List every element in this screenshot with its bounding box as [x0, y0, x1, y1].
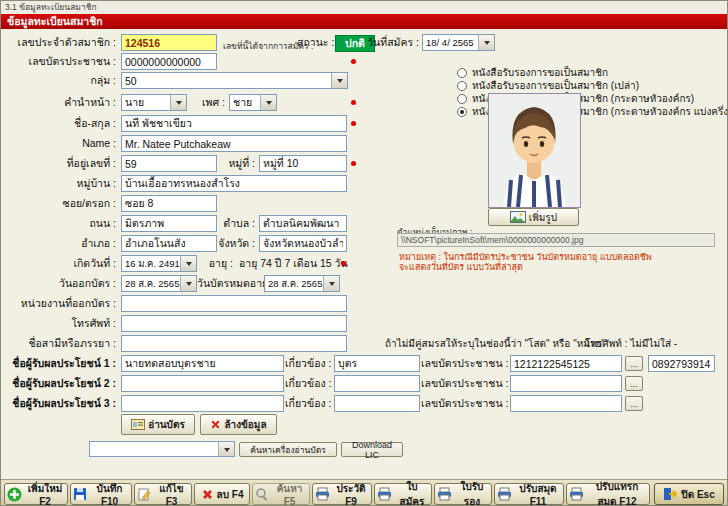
name-en-label: Name :	[9, 135, 116, 152]
chevron-down-icon[interactable]	[323, 276, 339, 291]
required-marker-icon	[351, 121, 356, 126]
history-button[interactable]: ประวัติ F9	[312, 483, 372, 505]
beneficiary-3-label: ชื่อผู้รับผลประโยชน์ 3 :	[9, 395, 116, 412]
name-en-input[interactable]	[121, 135, 347, 152]
phone-input[interactable]	[121, 315, 347, 332]
spouse-hint: ถ้าไม่มีคู่สมรสให้ระบุในช่องนี้ว่า "โสด"…	[385, 335, 605, 352]
name-th-label: ชื่อ-สกุล :	[9, 115, 116, 132]
gender-label: เพศ :	[193, 94, 225, 111]
name-th-input[interactable]	[121, 115, 347, 132]
close-label: ปิด Esc	[681, 487, 714, 502]
spouse-label: ชื่อสามีหรือภรรยา :	[9, 335, 116, 352]
search-button[interactable]: ค้นหา F5	[252, 483, 310, 505]
beneficiary-2-more-button[interactable]: ...	[625, 376, 643, 391]
issuer-input[interactable]	[121, 295, 347, 312]
birth-date-picker[interactable]: 16 ม.ค. 2491	[121, 255, 197, 272]
apply-date-label: วันที่สมัคร :	[365, 34, 419, 51]
insert-book-button[interactable]: ปรับแทรกสมุด F12	[566, 483, 650, 505]
age-value: อายุ 74 ปี 7 เดือน 15 วัน	[239, 255, 348, 272]
beneficiary-2-id-input[interactable]	[510, 375, 622, 392]
beneficiary-2-relation-label: เกี่ยวข้อง :	[285, 375, 331, 392]
title-label: คำนำหน้า :	[9, 94, 116, 111]
beneficiary-2-id-label: เลขบัตรประชาชน :	[421, 375, 507, 392]
beneficiary-1-relation-input[interactable]	[334, 355, 420, 372]
id-card-input[interactable]	[121, 53, 217, 70]
read-card-button[interactable]: อ่านบัตร	[121, 414, 195, 435]
chevron-down-icon[interactable]	[260, 95, 276, 110]
beneficiary-1-relation-label: เกี่ยวข้อง :	[285, 355, 331, 372]
province-input[interactable]	[259, 235, 347, 252]
beneficiary-3-relation-input[interactable]	[334, 395, 420, 412]
edit-button[interactable]: แก้ไข F3	[134, 483, 192, 505]
status-label: สถานะ :	[297, 34, 331, 51]
spouse-input[interactable]	[121, 335, 347, 352]
find-reader-button[interactable]: ค้นหาเครื่องอ่านบัตร	[239, 442, 337, 457]
phone-label: โทรศัพท์ :	[9, 315, 116, 332]
beneficiary-1-phone-input[interactable]	[648, 355, 715, 372]
moo-input[interactable]	[259, 155, 347, 172]
moo-label: หมู่ที่ :	[203, 155, 255, 172]
beneficiary-3-more-button[interactable]: ...	[625, 396, 643, 411]
village-input[interactable]	[121, 175, 347, 192]
delete-button[interactable]: ลบ F4	[194, 483, 250, 505]
printer-icon	[569, 487, 584, 501]
chevron-down-icon[interactable]	[331, 73, 347, 88]
photo-path-value: \\NSOFT\pictureInSoft\mem\0000000000000.…	[397, 233, 715, 247]
radio-checked-icon	[457, 107, 467, 117]
save-button[interactable]: บันทึก F10	[70, 483, 132, 505]
beneficiary-2-relation-input[interactable]	[334, 375, 420, 392]
printer-icon	[437, 487, 452, 501]
title-select[interactable]: นาย	[121, 94, 187, 111]
beneficiary-1-id-input[interactable]	[510, 355, 622, 372]
chevron-down-icon[interactable]	[478, 35, 494, 50]
beneficiary-1-label: ชื่อผู้รับผลประโยชน์ 1 :	[9, 355, 116, 372]
close-button[interactable]: ปิด Esc	[654, 483, 724, 505]
beneficiary-2-name-input[interactable]	[121, 375, 284, 392]
chevron-down-icon[interactable]	[180, 256, 196, 271]
download-lic-button[interactable]: Download LIC	[341, 442, 403, 457]
add-new-button[interactable]: เพิ่มใหม่ F2	[4, 483, 68, 505]
save-label: บันทึก F10	[90, 481, 129, 506]
tambon-input[interactable]	[259, 215, 347, 232]
tambon-label: ตำบล :	[203, 215, 255, 232]
certificate-button[interactable]: ใบรับรอง	[434, 483, 492, 505]
card-reader-select[interactable]	[89, 441, 235, 457]
update-book-label: ปรับสมุด F11	[515, 481, 561, 506]
chevron-down-icon[interactable]	[218, 442, 234, 456]
id-card-icon	[131, 419, 145, 430]
application-form-button[interactable]: ใบสมัคร	[374, 483, 432, 505]
beneficiary-3-relation-label: เกี่ยวข้อง :	[285, 395, 331, 412]
member-registration-window: 3.1 ข้อมูลทะเบียนสมาชิก ข้อมูลทะเบียนสมา…	[0, 0, 728, 506]
picture-icon	[510, 211, 526, 223]
expiry-date-label: วันบัตรหมดอายุ :	[197, 275, 261, 292]
chevron-down-icon[interactable]	[180, 276, 196, 291]
group-select[interactable]: 50	[121, 72, 348, 89]
apply-date-value: 18/ 4/ 2565	[426, 37, 478, 48]
radio-icon	[457, 68, 467, 78]
issue-date-picker[interactable]: 28 ส.ค. 2565	[121, 275, 197, 292]
save-icon	[73, 487, 87, 501]
clear-data-button[interactable]: ล้างข้อมูล	[200, 414, 277, 435]
beneficiary-3-name-input[interactable]	[121, 395, 284, 412]
group-value: 50	[125, 75, 331, 87]
apply-date-picker[interactable]: 18/ 4/ 2565	[422, 34, 495, 51]
beneficiary-3-id-input[interactable]	[510, 395, 622, 412]
page-header: ข้อมูลทะเบียนสมาชิก	[1, 14, 727, 29]
beneficiary-1-id-label: เลขบัตรประชาชน :	[421, 355, 507, 372]
required-marker-icon	[351, 100, 356, 105]
soi-input[interactable]	[121, 195, 217, 212]
certificate-label: ใบรับรอง	[455, 479, 489, 506]
required-marker-icon	[351, 59, 356, 64]
gender-select[interactable]: ชาย	[229, 94, 277, 111]
issue-date-value: 28 ส.ค. 2565	[125, 276, 180, 291]
avatar	[489, 94, 580, 207]
beneficiary-1-more-button[interactable]: ...	[625, 356, 643, 371]
expiry-date-picker[interactable]: 28 ส.ค. 2565	[264, 275, 340, 292]
beneficiary-1-name-input[interactable]	[121, 355, 284, 372]
province-label: จังหวัด :	[203, 235, 255, 252]
add-photo-button[interactable]: เพิ่มรูป	[488, 208, 579, 226]
update-book-button[interactable]: ปรับสมุด F11	[494, 483, 564, 505]
member-id-input[interactable]	[121, 34, 217, 51]
amphoe-label: อำเภอ :	[9, 235, 116, 252]
chevron-down-icon[interactable]	[170, 95, 186, 110]
